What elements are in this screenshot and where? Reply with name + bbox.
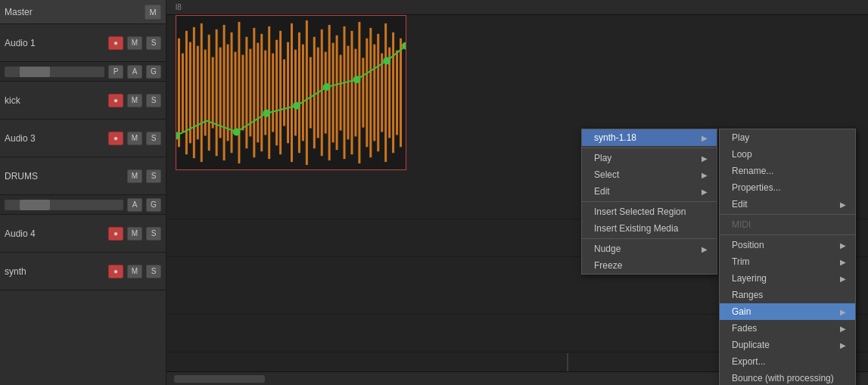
svg-rect-41 <box>328 25 331 160</box>
svg-point-62 <box>233 129 241 136</box>
kick-m-button[interactable]: M <box>127 94 142 107</box>
svg-rect-14 <box>227 45 229 141</box>
svg-rect-11 <box>216 29 218 156</box>
submenu-separator-1 <box>720 214 855 215</box>
audio1-track-row: Audio 1 ● M S <box>0 24 166 62</box>
kick-s-button[interactable]: S <box>146 94 161 107</box>
svg-rect-27 <box>275 40 278 146</box>
svg-rect-13 <box>223 25 226 160</box>
audio4-m-button[interactable]: M <box>127 227 142 241</box>
master-track-header: Master M <box>0 0 166 24</box>
svg-rect-26 <box>272 54 274 132</box>
menu-item-select[interactable]: Select ▶ <box>582 166 717 183</box>
svg-rect-24 <box>264 51 266 135</box>
svg-rect-9 <box>208 35 210 151</box>
audio3-record-button[interactable]: ● <box>108 132 123 145</box>
submenu-rename[interactable]: Rename... <box>720 163 855 179</box>
scrollbar-thumb[interactable] <box>174 375 265 383</box>
submenu-play[interactable]: Play <box>720 129 855 146</box>
submenu-loop[interactable]: Loop <box>720 146 855 163</box>
submenu-gain[interactable]: Gain ▶ <box>720 303 855 320</box>
submenu-duplicate-label: Duplicate <box>732 340 840 350</box>
drums-fader[interactable] <box>5 200 123 210</box>
svg-point-64 <box>293 102 300 110</box>
audio4-record-button[interactable]: ● <box>108 227 123 241</box>
menu-item-nudge-label: Nudge <box>594 244 702 254</box>
menu-separator-1 <box>582 147 717 148</box>
submenu-midi-label: MIDI <box>732 219 846 230</box>
menu-item-edit[interactable]: Edit ▶ <box>582 183 717 200</box>
submenu-bounce-with[interactable]: Bounce (with processing) <box>720 370 855 385</box>
audio1-s-button[interactable]: S <box>146 36 161 50</box>
audio1-g-button[interactable]: G <box>146 65 161 79</box>
menu-item-insert-existing[interactable]: Insert Existing Media <box>582 220 717 237</box>
nudge-arrow-icon: ▶ <box>702 245 708 253</box>
submenu-trim[interactable]: Trim ▶ <box>720 253 855 270</box>
svg-rect-12 <box>219 48 222 138</box>
drums-g-button[interactable]: G <box>146 198 161 212</box>
audio1-track-name: Audio 1 <box>5 38 104 48</box>
menu-item-freeze[interactable]: Freeze <box>582 257 717 274</box>
svg-rect-52 <box>369 28 372 157</box>
kick-track-row: kick ● M S <box>0 82 166 120</box>
audio1-sub-row: P A G <box>0 62 166 82</box>
menu-item-edit-label: Edit <box>594 186 702 197</box>
svg-rect-17 <box>238 22 240 163</box>
synth-s-button[interactable]: S <box>146 265 161 278</box>
kick-record-button[interactable]: ● <box>108 94 123 107</box>
svg-rect-32 <box>294 50 297 136</box>
drums-m-button[interactable]: M <box>127 169 142 183</box>
submenu-position[interactable]: Position ▶ <box>720 237 855 253</box>
svg-point-63 <box>263 110 270 117</box>
svg-rect-36 <box>310 57 312 128</box>
submenu-properties[interactable]: Properties... <box>720 179 855 196</box>
svg-rect-23 <box>260 34 263 151</box>
audio3-s-button[interactable]: S <box>146 132 161 145</box>
drums-a-button[interactable]: A <box>127 198 142 212</box>
menu-item-insert-selected[interactable]: Insert Selected Region <box>582 203 717 220</box>
context-menu-title-arrow: ▶ <box>702 134 708 142</box>
svg-rect-25 <box>268 26 270 159</box>
submenu-trim-arrow: ▶ <box>840 258 846 266</box>
svg-rect-8 <box>204 50 207 136</box>
svg-rect-50 <box>362 57 364 127</box>
synth-track-row: synth ● M S <box>0 253 166 290</box>
menu-item-play[interactable]: Play ▶ <box>582 150 717 166</box>
play-arrow-icon: ▶ <box>702 154 708 163</box>
menu-item-nudge[interactable]: Nudge ▶ <box>582 241 717 257</box>
submenu-play-label: Play <box>732 132 846 143</box>
audio1-a-button[interactable]: A <box>127 65 142 79</box>
audio1-m-button[interactable]: M <box>127 36 142 50</box>
menu-separator-3 <box>582 238 717 239</box>
svg-rect-21 <box>253 28 255 157</box>
audio1-fader[interactable] <box>5 67 104 77</box>
submenu-ranges-label: Ranges <box>732 290 846 300</box>
master-m-button[interactable]: M <box>145 5 161 20</box>
submenu-export[interactable]: Export... <box>720 353 855 370</box>
synth-m-button[interactable]: M <box>127 265 142 278</box>
svg-rect-16 <box>234 52 236 134</box>
submenu-duplicate[interactable]: Duplicate ▶ <box>720 337 855 353</box>
svg-rect-28 <box>279 31 282 154</box>
audio4-s-button[interactable]: S <box>146 227 161 241</box>
submenu-layering[interactable]: Layering ▶ <box>720 270 855 287</box>
submenu-fades-label: Fades <box>732 323 840 334</box>
menu-separator-2 <box>582 201 717 202</box>
submenu-midi: MIDI <box>720 216 855 233</box>
waveform-clip[interactable] <box>176 15 406 170</box>
audio1-record-button[interactable]: ● <box>108 36 123 50</box>
audio1-p-button[interactable]: P <box>108 65 123 79</box>
main-context-menu: synth-1.18 ▶ Play ▶ Select ▶ Edit ▶ Inse… <box>581 129 717 275</box>
submenu-ranges[interactable]: Ranges <box>720 287 855 303</box>
audio3-m-button[interactable]: M <box>127 132 142 145</box>
synth-record-button[interactable]: ● <box>108 265 123 278</box>
svg-rect-31 <box>291 23 293 162</box>
submenu-position-label: Position <box>732 240 840 250</box>
submenu-fades[interactable]: Fades ▶ <box>720 320 855 337</box>
submenu-rename-label: Rename... <box>732 166 846 176</box>
drums-s-button[interactable]: S <box>146 169 161 183</box>
ruler-marker: l8 <box>176 3 182 11</box>
submenu-edit[interactable]: Edit ▶ <box>720 196 855 213</box>
submenu-loop-label: Loop <box>732 149 846 160</box>
svg-rect-34 <box>302 45 304 141</box>
